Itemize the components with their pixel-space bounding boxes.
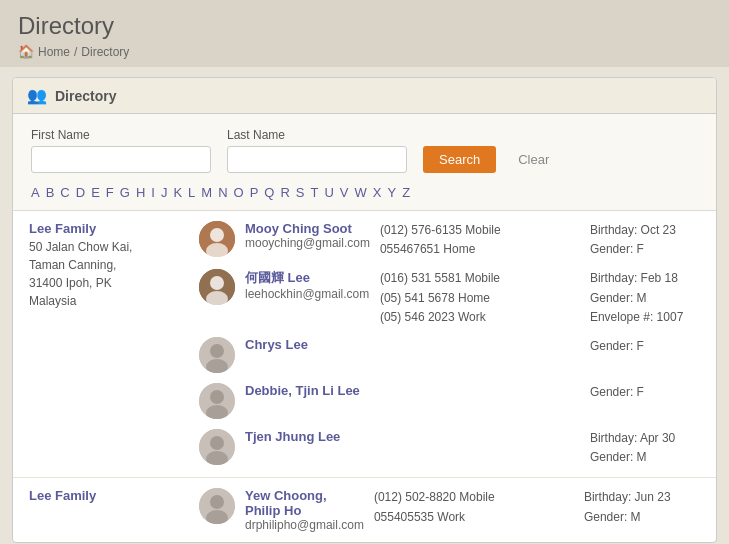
alphabet-nav: ABCDEFGHIJKLMNOPQRSTUVWXYZ bbox=[31, 185, 698, 200]
alpha-link-u[interactable]: U bbox=[324, 185, 333, 200]
svg-point-1 bbox=[210, 228, 224, 242]
first-name-input[interactable] bbox=[31, 146, 211, 173]
detail-item: Gender: F bbox=[590, 337, 729, 356]
avatar bbox=[199, 337, 235, 373]
member-name: Tjen Jhung Lee bbox=[245, 429, 370, 444]
alpha-link-f[interactable]: F bbox=[106, 185, 114, 200]
clear-button[interactable]: Clear bbox=[512, 146, 555, 173]
alpha-link-z[interactable]: Z bbox=[402, 185, 410, 200]
member-name: Debbie, Tjin Li Lee bbox=[245, 383, 370, 398]
member-contact-col: (012) 502-8820 Mobile055405535 Work bbox=[374, 488, 574, 526]
detail-item: Birthday: Apr 30 bbox=[590, 429, 729, 448]
member-details-col: Birthday: Jun 23Gender: M bbox=[584, 488, 729, 526]
breadcrumb-separator: / bbox=[74, 45, 77, 59]
alpha-link-n[interactable]: N bbox=[218, 185, 227, 200]
family-address: 50 Jalan Chow Kai, Taman Canning, 31400 … bbox=[29, 238, 189, 310]
alpha-link-h[interactable]: H bbox=[136, 185, 145, 200]
family-name: Lee Family bbox=[29, 488, 189, 503]
member-details-col: Gender: F bbox=[590, 337, 729, 356]
family-row: Lee Family Yew Choong, Philip Hodrphilip… bbox=[13, 478, 716, 542]
last-name-input[interactable] bbox=[227, 146, 407, 173]
alpha-link-c[interactable]: C bbox=[60, 185, 69, 200]
member-row: Chrys LeeGender: F bbox=[199, 337, 729, 373]
breadcrumb-home-link[interactable]: Home bbox=[38, 45, 70, 59]
member-details-col: Birthday: Oct 23Gender: F bbox=[590, 221, 729, 259]
alpha-link-k[interactable]: K bbox=[173, 185, 182, 200]
member-name: Mooy Ching Soot bbox=[245, 221, 370, 236]
contact-item: (016) 531 5581 Mobile bbox=[380, 269, 580, 288]
last-name-field-group: Last Name bbox=[227, 128, 407, 173]
family-name-col: Lee Family bbox=[29, 488, 199, 532]
detail-item: Birthday: Oct 23 bbox=[590, 221, 729, 240]
detail-item: Gender: M bbox=[584, 508, 729, 527]
member-email: drphilipho@gmail.com bbox=[245, 518, 364, 532]
member-details-col: Gender: F bbox=[590, 383, 729, 402]
section-header: 👥 Directory bbox=[13, 78, 716, 114]
alpha-link-p[interactable]: P bbox=[250, 185, 259, 200]
member-contact-col: (012) 576-6135 Mobile055467651 Home bbox=[380, 221, 580, 259]
detail-item: Gender: F bbox=[590, 240, 729, 259]
directory-icon: 👥 bbox=[27, 86, 47, 105]
alpha-link-o[interactable]: O bbox=[234, 185, 244, 200]
alpha-link-g[interactable]: G bbox=[120, 185, 130, 200]
member-name: Chrys Lee bbox=[245, 337, 370, 352]
member-info: Debbie, Tjin Li Lee bbox=[245, 383, 370, 398]
detail-item: Gender: M bbox=[590, 448, 729, 467]
member-details-col: Birthday: Feb 18Gender: MEnvelope #: 100… bbox=[590, 269, 729, 327]
alpha-link-y[interactable]: Y bbox=[387, 185, 396, 200]
member-contact-col: (016) 531 5581 Mobile(05) 541 5678 Home(… bbox=[380, 269, 580, 327]
search-button[interactable]: Search bbox=[423, 146, 496, 173]
alpha-link-s[interactable]: S bbox=[296, 185, 305, 200]
main-content: 👥 Directory First Name Last Name Search … bbox=[12, 77, 717, 543]
contact-item: (012) 576-6135 Mobile bbox=[380, 221, 580, 240]
last-name-label: Last Name bbox=[227, 128, 407, 142]
alpha-link-w[interactable]: W bbox=[355, 185, 367, 200]
detail-item: Birthday: Feb 18 bbox=[590, 269, 729, 288]
member-name: 何國輝 Lee bbox=[245, 269, 370, 287]
detail-item: Birthday: Jun 23 bbox=[584, 488, 729, 507]
avatar bbox=[199, 383, 235, 419]
breadcrumb-current: Directory bbox=[81, 45, 129, 59]
alpha-link-l[interactable]: L bbox=[188, 185, 195, 200]
alpha-link-a[interactable]: A bbox=[31, 185, 40, 200]
family-row: Lee Family50 Jalan Chow Kai, Taman Canni… bbox=[13, 211, 716, 478]
detail-item: Gender: M bbox=[590, 289, 729, 308]
alpha-link-x[interactable]: X bbox=[373, 185, 382, 200]
alpha-link-q[interactable]: Q bbox=[264, 185, 274, 200]
search-fields: First Name Last Name Search Clear bbox=[31, 128, 698, 173]
alpha-link-m[interactable]: M bbox=[201, 185, 212, 200]
section-title: Directory bbox=[55, 88, 116, 104]
alpha-link-r[interactable]: R bbox=[280, 185, 289, 200]
alpha-link-e[interactable]: E bbox=[91, 185, 100, 200]
alpha-link-d[interactable]: D bbox=[76, 185, 85, 200]
members-col: Yew Choong, Philip Hodrphilipho@gmail.co… bbox=[199, 488, 729, 532]
contact-item: (012) 502-8820 Mobile bbox=[374, 488, 574, 507]
family-name: Lee Family bbox=[29, 221, 189, 236]
member-info: Yew Choong, Philip Hodrphilipho@gmail.co… bbox=[245, 488, 364, 532]
family-name-col: Lee Family50 Jalan Chow Kai, Taman Canni… bbox=[29, 221, 199, 467]
member-name: Yew Choong, Philip Ho bbox=[245, 488, 364, 518]
svg-point-10 bbox=[210, 390, 224, 404]
page-header: Directory 🏠 Home / Directory bbox=[0, 0, 729, 67]
detail-item: Gender: F bbox=[590, 383, 729, 402]
members-col: Mooy Ching Sootmooyching@gmail.com(012) … bbox=[199, 221, 729, 467]
avatar bbox=[199, 269, 235, 305]
first-name-label: First Name bbox=[31, 128, 211, 142]
member-details-col: Birthday: Apr 30Gender: M bbox=[590, 429, 729, 467]
first-name-field-group: First Name bbox=[31, 128, 211, 173]
home-icon: 🏠 bbox=[18, 44, 34, 59]
member-row: Yew Choong, Philip Hodrphilipho@gmail.co… bbox=[199, 488, 729, 532]
alpha-link-t[interactable]: T bbox=[311, 185, 319, 200]
member-row: Mooy Ching Sootmooyching@gmail.com(012) … bbox=[199, 221, 729, 259]
alpha-link-b[interactable]: B bbox=[46, 185, 55, 200]
member-info: Chrys Lee bbox=[245, 337, 370, 352]
contact-item: (05) 546 2023 Work bbox=[380, 308, 580, 327]
alpha-link-i[interactable]: I bbox=[151, 185, 155, 200]
svg-point-13 bbox=[210, 436, 224, 450]
alpha-link-v[interactable]: V bbox=[340, 185, 349, 200]
svg-point-7 bbox=[210, 344, 224, 358]
svg-point-4 bbox=[210, 276, 224, 290]
contact-item: (05) 541 5678 Home bbox=[380, 289, 580, 308]
detail-item: Envelope #: 1007 bbox=[590, 308, 729, 327]
alpha-link-j[interactable]: J bbox=[161, 185, 168, 200]
